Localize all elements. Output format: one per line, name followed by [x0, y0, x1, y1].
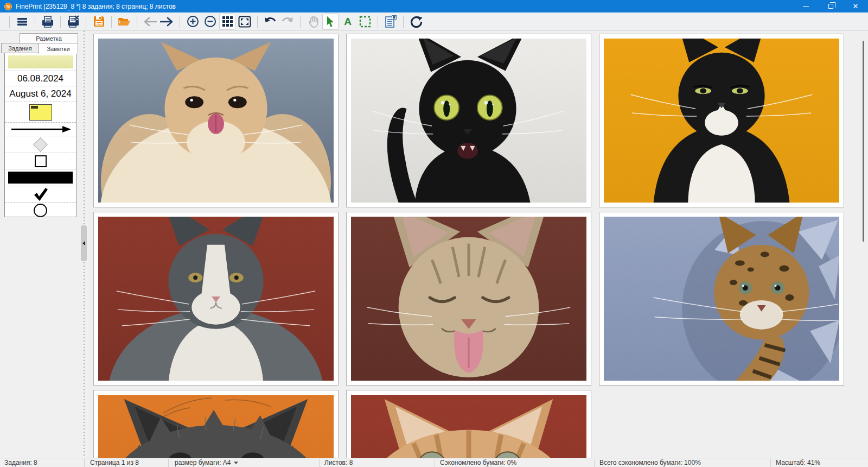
app-icon: fp	[4, 3, 12, 10]
zoom-out-icon	[204, 15, 216, 28]
splitter-collapse-handle[interactable]	[81, 225, 87, 261]
date-stamp-short: 06.08.2024	[17, 73, 63, 84]
separator	[378, 16, 378, 28]
restore-button[interactable]	[818, 0, 843, 12]
sidebar-splitter[interactable]	[80, 31, 88, 458]
status-divider	[84, 459, 85, 467]
cat-photo-tuxedo	[604, 39, 839, 203]
separator	[35, 16, 35, 28]
separator	[86, 16, 86, 28]
print-delete-button[interactable]	[65, 14, 81, 30]
cat-photo-bengal	[604, 217, 839, 381]
tab-layout[interactable]: Разметка	[20, 33, 78, 43]
fit-page-icon	[238, 16, 251, 28]
zoom-out-button[interactable]	[202, 14, 218, 30]
page-thumbnail-8[interactable]	[346, 390, 591, 458]
undo-icon	[264, 16, 277, 27]
dropdown-arrow-icon	[234, 462, 238, 464]
back-button[interactable]	[142, 14, 158, 30]
pan-button[interactable]	[305, 14, 321, 30]
stationery-item-date-short[interactable]: 06.08.2024	[5, 71, 76, 86]
highlight-swatch	[8, 55, 73, 68]
tab-notes[interactable]: Заметки	[39, 43, 78, 54]
page-thumbnail-1[interactable]	[93, 34, 339, 207]
zoom-in-icon	[187, 15, 199, 28]
delete-page-button[interactable]	[382, 14, 399, 30]
cat-photo-mainecoon	[98, 217, 334, 381]
select-button[interactable]	[322, 14, 339, 30]
floppy-save-icon	[93, 15, 105, 28]
separator	[111, 16, 112, 28]
redo-button[interactable]	[279, 14, 296, 30]
stationery-item-circle[interactable]	[5, 203, 76, 217]
status-divider	[168, 459, 169, 467]
stationery-item-highlight[interactable]	[5, 53, 76, 71]
toolbar: A	[0, 12, 868, 31]
status-divider	[319, 459, 320, 467]
grid-view-icon	[222, 16, 233, 27]
refresh-button[interactable]	[408, 14, 424, 30]
forward-button[interactable]	[159, 14, 175, 30]
arrow-right-icon	[160, 16, 174, 27]
stationery-item-square[interactable]	[5, 153, 76, 169]
save-button[interactable]	[91, 14, 107, 30]
separator	[403, 16, 404, 28]
page-thumbnail-3[interactable]	[599, 34, 844, 207]
date-stamp-long: August 6, 2024	[9, 89, 71, 99]
page-thumbnail-2[interactable]	[346, 34, 591, 207]
text-tool-button[interactable]: A	[340, 14, 356, 30]
status-saved: Сэкономлено бумаги: 0%	[440, 458, 516, 467]
restore-icon	[828, 4, 833, 9]
hamburger-icon	[16, 16, 28, 28]
zoom-in-button[interactable]	[184, 14, 201, 30]
black-bar-icon	[8, 172, 73, 184]
minimize-icon	[803, 6, 809, 7]
page-thumbnail-6[interactable]	[599, 212, 844, 386]
arrow-left-icon	[143, 16, 157, 27]
status-divider	[594, 459, 595, 467]
menu-button[interactable]	[14, 14, 30, 30]
stationery-item-arrow[interactable]	[5, 123, 76, 136]
cursor-arrow-icon	[326, 16, 335, 28]
separator	[257, 16, 258, 28]
document-delete-icon	[385, 15, 397, 28]
square-icon	[35, 155, 47, 167]
separator	[137, 16, 137, 28]
open-button[interactable]	[116, 14, 132, 30]
hand-icon	[308, 16, 319, 28]
text-tool-icon: A	[344, 16, 352, 27]
undo-button[interactable]	[262, 14, 278, 30]
collapse-left-icon	[82, 241, 85, 245]
close-button[interactable]: ✕	[843, 0, 868, 12]
fit-page-button[interactable]	[237, 14, 253, 30]
status-jobs: Задания: 8	[4, 458, 37, 467]
preview-area[interactable]	[88, 31, 868, 458]
select-region-button[interactable]	[357, 14, 373, 30]
page-thumbnail-4[interactable]	[93, 212, 339, 386]
status-zoom: Масштаб: 41%	[776, 458, 820, 467]
separator	[9, 16, 10, 28]
stationery-item-checkmark[interactable]	[5, 186, 76, 203]
stationery-item-date-long[interactable]: August 6, 2024	[5, 86, 76, 102]
stationery-panel: 06.08.2024August 6, 2024	[4, 53, 76, 217]
separator	[300, 16, 301, 28]
fineprint-window: fp FinePrint [235128_8 *] 8 задания; 8 с…	[0, 0, 868, 467]
print-button[interactable]	[40, 14, 56, 30]
refresh-icon	[410, 15, 423, 28]
page-thumbnail-5[interactable]	[346, 212, 591, 386]
page-thumbnail-7[interactable]	[93, 390, 339, 458]
stationery-item-sticky-note[interactable]	[5, 102, 76, 123]
grid-view-button[interactable]	[219, 14, 235, 30]
circle-icon	[34, 204, 47, 217]
stationery-item-black-bar[interactable]	[5, 169, 76, 186]
sticky-note-icon	[29, 104, 52, 121]
stationery-item-diamond[interactable]	[5, 136, 76, 153]
tab-jobs[interactable]: Задания	[1, 43, 39, 53]
minimize-button[interactable]	[793, 0, 818, 12]
sidebar: Разметка Задания Заметки 06.08.2024Augus…	[0, 31, 80, 458]
dashed-selection-icon	[359, 16, 371, 28]
status-paper-size[interactable]: размер бумаги: A4	[175, 458, 238, 467]
separator	[60, 16, 61, 28]
close-icon: ✕	[853, 3, 859, 10]
vertical-scrollbar[interactable]	[863, 41, 864, 242]
